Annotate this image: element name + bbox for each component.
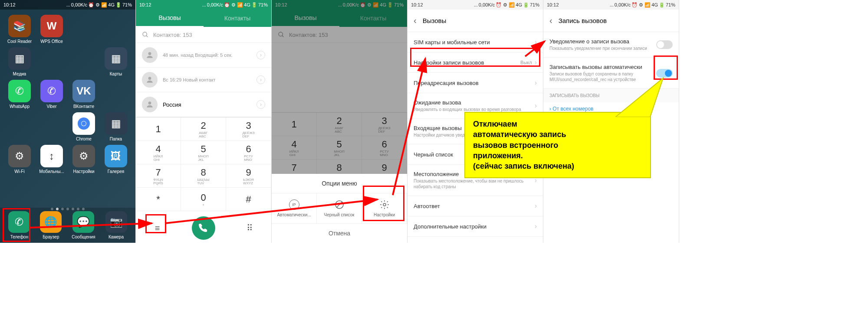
svg-point-6 bbox=[148, 77, 151, 80]
chevron-right-icon[interactable]: › bbox=[256, 75, 265, 84]
search-icon bbox=[142, 31, 149, 38]
dialer-menu-screen: 10:12 ... 0,00K/c ⏰ ⚙ 📶 4G 🔋 71% Вызовы … bbox=[272, 0, 408, 243]
key-3[interactable]: 3ДЕЁЖЗDEF bbox=[226, 117, 271, 141]
option-blacklist[interactable]: Черный список bbox=[317, 193, 362, 223]
dialer-screen: 10:12 ... 0,00K/c ⏰ ⚙ 📶 4G 🔋 71% Вызовы … bbox=[136, 0, 272, 243]
tab-calls[interactable]: Вызовы bbox=[136, 10, 204, 27]
avatar-icon bbox=[142, 47, 158, 63]
keypad-toggle[interactable]: ⠿ bbox=[241, 219, 258, 237]
option-auto[interactable]: IP Автоматически... bbox=[272, 193, 317, 223]
key-1[interactable]: 1 bbox=[136, 117, 181, 141]
settings-item[interactable]: Автоответ› bbox=[408, 196, 543, 216]
highlight-settings-option bbox=[363, 186, 404, 221]
app-chrome[interactable]: Chrome bbox=[69, 112, 98, 141]
app-vk[interactable]: VKВКонтакте bbox=[69, 80, 98, 109]
annotation-callout: Отключаем автоматическую запись вызовов … bbox=[464, 112, 651, 178]
avatar-icon bbox=[142, 97, 158, 112]
chevron-right-icon[interactable]: › bbox=[256, 100, 265, 109]
setting-notification[interactable]: Уведомление о записи вызоваПоказывать ув… bbox=[543, 32, 679, 58]
toggle-off[interactable] bbox=[656, 40, 673, 49]
svg-point-2 bbox=[82, 121, 86, 126]
key-0[interactable]: 0+ bbox=[181, 188, 226, 211]
ip-icon: IP bbox=[289, 199, 299, 210]
folder-maps[interactable]: ▦Карты bbox=[102, 47, 130, 76]
key-8[interactable]: 8ШЩЪЫTUV bbox=[181, 164, 226, 188]
dock-browser[interactable]: 🌐Браузер bbox=[40, 211, 62, 239]
key-5[interactable]: 5МНОПJKL bbox=[181, 141, 226, 164]
status-bar: 10:12 ... 0,00K/c ⏰ ⚙ 📶 4G 🔋 71% bbox=[543, 0, 679, 10]
app-wps-office[interactable]: WWPS Office bbox=[37, 15, 66, 44]
svg-line-11 bbox=[337, 202, 342, 207]
chevron-right-icon[interactable]: › bbox=[256, 51, 265, 59]
avatar-icon bbox=[142, 72, 158, 88]
status-bar: 10:12 ... 0,00K/c ⏰ ⚙ 📶 4G 🔋 71% bbox=[136, 0, 271, 10]
highlight-phone-app bbox=[3, 208, 30, 242]
home-screen: 10:12 ... 0,00K/c ⏰ ⚙ 📶 4G 🔋 71% 📚Cool R… bbox=[0, 0, 136, 243]
highlight-menu-button bbox=[145, 214, 166, 233]
call-button[interactable] bbox=[192, 216, 215, 240]
dialer-keypad: 12АБВГABC3ДЕЁЖЗDEF4ИЙКЛGHI5МНОПJKL6РСТУM… bbox=[136, 117, 271, 211]
tab-contacts[interactable]: Контакты bbox=[204, 10, 271, 27]
status-time: 10:12 bbox=[3, 2, 16, 7]
app-gallery[interactable]: 🖼Галерея bbox=[102, 145, 130, 174]
app-settings[interactable]: ⚙Настройки bbox=[69, 145, 98, 174]
dock-camera[interactable]: 📷Камера bbox=[105, 211, 127, 239]
settings-item[interactable]: Переадресация вызовов› bbox=[408, 73, 543, 93]
key-#[interactable]: # bbox=[226, 188, 271, 211]
svg-point-3 bbox=[143, 32, 147, 36]
svg-point-7 bbox=[148, 101, 151, 104]
page-title: Запись вызовов bbox=[559, 17, 607, 24]
svg-point-5 bbox=[148, 52, 151, 55]
app-mobile[interactable]: ↕Мобильны... bbox=[37, 145, 66, 174]
key-6[interactable]: 6РСТУMNO bbox=[226, 141, 271, 164]
key-7[interactable]: 7ФХЦЧPQRS bbox=[136, 164, 181, 188]
svg-marker-13 bbox=[615, 78, 663, 117]
page-title: Вызовы bbox=[423, 17, 447, 24]
key-2[interactable]: 2АБВГABC bbox=[181, 117, 226, 141]
key-*[interactable]: * bbox=[136, 188, 181, 211]
app-wifi[interactable]: ⚙Wi-Fi bbox=[5, 145, 34, 174]
status-bar: 10:12 ... 0,00K/c ⏰ ⚙ 📶 4G 🔋 71% bbox=[0, 0, 135, 10]
call-log-item[interactable]: Россия › bbox=[136, 92, 271, 117]
cancel-button[interactable]: Отмена bbox=[272, 224, 407, 243]
folder-media[interactable]: ▦Медиа bbox=[5, 47, 34, 76]
app-whatsapp[interactable]: ✆WhatsApp bbox=[5, 80, 34, 109]
block-icon bbox=[334, 199, 345, 210]
folder-papka[interactable]: ▦Папка bbox=[102, 112, 130, 141]
svg-line-4 bbox=[146, 36, 148, 37]
key-4[interactable]: 4ИЙКЛGHI bbox=[136, 141, 181, 164]
app-cool-reader[interactable]: 📚Cool Reader bbox=[5, 15, 34, 44]
callout-pointer bbox=[615, 74, 667, 117]
app-viber[interactable]: ✆Viber bbox=[37, 80, 66, 109]
back-icon[interactable]: ‹ bbox=[549, 16, 552, 26]
search-input[interactable]: Контактов: 153 bbox=[136, 27, 271, 43]
settings-item[interactable]: Дополнительные настройки› bbox=[408, 216, 543, 237]
key-9[interactable]: 9ЬЭЮЯWXYZ bbox=[226, 164, 271, 188]
back-icon[interactable]: ‹ bbox=[414, 16, 417, 26]
dock-messages[interactable]: 💬Сообщения bbox=[72, 211, 95, 239]
highlight-record-settings bbox=[410, 48, 540, 67]
call-log-item[interactable]: Вс 16:29 Новый контакт › bbox=[136, 68, 271, 92]
call-log-item[interactable]: 48 мин. назад Входящий: 5 сек. › bbox=[136, 43, 271, 68]
status-bar: 10:12 ... 0,00K/c ⏰ ⚙ 📶 4G 🔋 71% bbox=[408, 0, 543, 10]
